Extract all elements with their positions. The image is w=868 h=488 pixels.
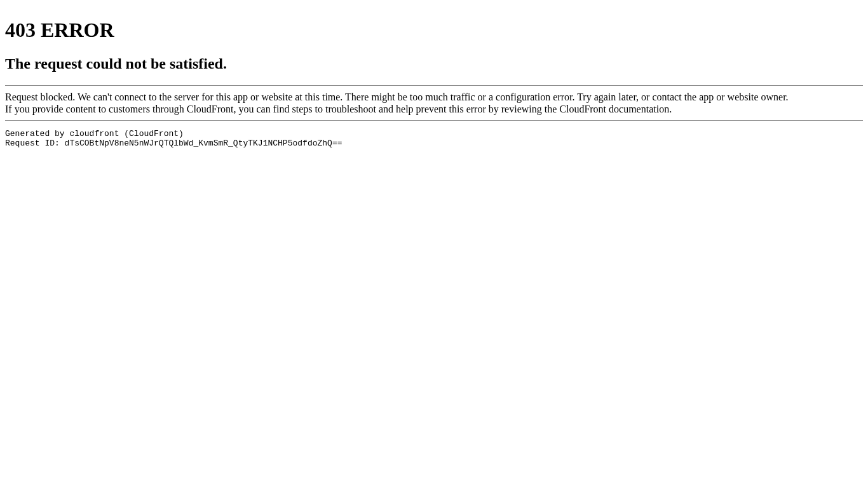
error-heading: 403 ERROR bbox=[5, 18, 863, 42]
divider-top bbox=[5, 85, 863, 86]
error-body-line-2: If you provide content to customers thro… bbox=[5, 103, 863, 115]
divider-bottom bbox=[5, 120, 863, 121]
generated-by-line: Generated by cloudfront (CloudFront) bbox=[5, 129, 184, 139]
error-body-line-1: Request blocked. We can't connect to the… bbox=[5, 91, 863, 103]
error-details: Generated by cloudfront (CloudFront) Req… bbox=[5, 129, 863, 148]
error-subheading: The request could not be satisfied. bbox=[5, 55, 863, 72]
request-id-line: Request ID: dTsCOBtNpV8neN5nWJrQTQlbWd_K… bbox=[5, 139, 342, 148]
